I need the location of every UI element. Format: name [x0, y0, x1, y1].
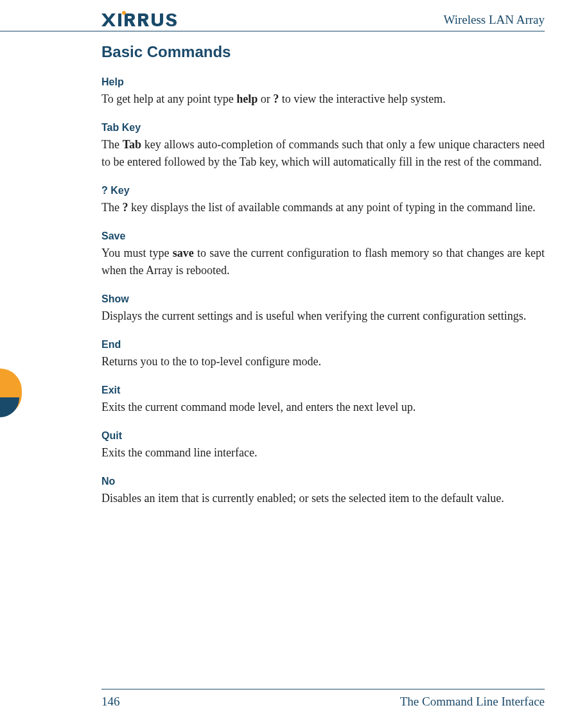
- body-text: The: [101, 201, 122, 214]
- body-text: key displays the list of available comma…: [128, 201, 535, 214]
- section-tab-key: Tab Key The Tab key allows auto-completi…: [101, 122, 545, 171]
- section-heading: ? Key: [101, 185, 545, 196]
- body-text: To get help at any point type: [101, 92, 236, 105]
- section-heading: Show: [101, 293, 545, 305]
- section-heading: Exit: [101, 385, 545, 396]
- section-body: Disables an item that is currently enabl…: [101, 490, 545, 507]
- page-header: Wireless LAN Array: [0, 13, 545, 31]
- logo-icon: [101, 13, 198, 26]
- body-bold: help: [236, 92, 258, 105]
- section-save: Save You must type save to save the curr…: [101, 230, 545, 279]
- section-body: Exits the current command mode level, an…: [101, 399, 545, 416]
- section-question-key: ? Key The ? key displays the list of ava…: [101, 185, 545, 216]
- section-body: The ? key displays the list of available…: [101, 199, 545, 216]
- section-heading: Help: [101, 76, 545, 88]
- section-body: To get help at any point type help or ? …: [101, 91, 545, 108]
- section-help: Help To get help at any point type help …: [101, 76, 545, 108]
- body-text: You must type: [101, 247, 173, 259]
- main-heading: Basic Commands: [101, 43, 545, 61]
- svg-rect-1: [118, 13, 121, 26]
- section-exit: Exit Exits the current command mode leve…: [101, 385, 545, 416]
- section-body: You must type save to save the current c…: [101, 245, 545, 279]
- section-heading: Quit: [101, 430, 545, 442]
- section-body: Exits the command line interface.: [101, 444, 545, 462]
- body-bold: Tab: [123, 138, 141, 151]
- section-quit: Quit Exits the command line interface.: [101, 430, 545, 462]
- body-text: or: [258, 92, 273, 105]
- body-text: The: [101, 138, 123, 151]
- section-no: No Disables an item that is currently en…: [101, 476, 545, 507]
- tab-blue-shape: [0, 397, 19, 417]
- page-tab-marker: [0, 368, 22, 416]
- page-content: Basic Commands Help To get help at any p…: [0, 43, 545, 507]
- svg-marker-0: [101, 13, 116, 26]
- section-heading: Save: [101, 230, 545, 242]
- body-text: key allows auto-completion of commands s…: [101, 138, 545, 168]
- section-body: Returns you to the to top-level configur…: [101, 353, 545, 370]
- section-heading: End: [101, 339, 545, 351]
- body-bold: ?: [273, 92, 279, 105]
- body-text: to view the interactive help system.: [279, 92, 445, 105]
- document-page: Wireless LAN Array Basic Commands Help T…: [0, 0, 580, 728]
- body-bold: save: [173, 247, 194, 259]
- section-heading: No: [101, 476, 545, 487]
- svg-point-3: [122, 11, 126, 15]
- header-title: Wireless LAN Array: [443, 13, 545, 27]
- logo-dot-icon: [121, 10, 127, 15]
- section-end: End Returns you to the to top-level conf…: [101, 339, 545, 370]
- section-body: Displays the current settings and is use…: [101, 308, 545, 325]
- page-footer: 146 The Command Line Interface: [101, 689, 545, 709]
- section-heading: Tab Key: [101, 122, 545, 134]
- page-number: 146: [101, 695, 120, 709]
- xirrus-logo: [101, 13, 203, 26]
- footer-title: The Command Line Interface: [400, 695, 545, 709]
- section-show: Show Displays the current settings and i…: [101, 293, 545, 325]
- section-body: The Tab key allows auto-completion of co…: [101, 136, 545, 171]
